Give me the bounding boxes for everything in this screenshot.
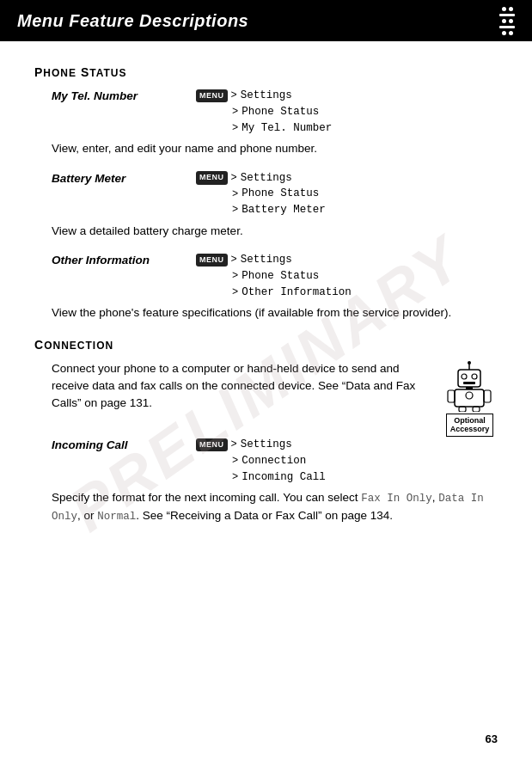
battery-meter-header: Battery Meter MENU > Settings > Phone St… [52,170,498,218]
arrow-5: > [232,187,238,202]
menu-icon [499,7,515,35]
menu-button-4: MENU [196,438,228,452]
battery-meter-path: MENU > Settings > Phone Status > Battery… [196,170,326,218]
incoming-call-label: Incoming Call [52,437,189,451]
svg-rect-9 [448,390,455,402]
connection-body-area: Connect your phone to a computer or hand… [52,360,498,438]
my-tel-number-description: View, enter, and edit your name and phon… [52,140,498,157]
svg-point-4 [472,374,477,379]
path-settings-2: Settings [241,170,292,187]
incoming-call-subsection: Incoming Call MENU > Settings > Connecti… [52,437,498,525]
battery-meter-subsection: Battery Meter MENU > Settings > Phone St… [52,170,498,241]
connection-title: CONNECTION [34,338,498,352]
other-information-path: MENU > Settings > Phone Status > Other I… [196,252,352,300]
connection-body: Connect your phone to a computer or hand… [52,360,498,438]
page-number: 63 [486,732,498,745]
other-information-subsection: Other Information MENU > Settings > Phon… [52,252,498,322]
other-information-label: Other Information [52,252,189,267]
phone-status-section: PHONE STATUS My Tel. Number MENU > Setti… [34,65,498,322]
svg-point-3 [462,374,467,379]
arrow-9: > [232,285,238,300]
arrow-10: > [231,437,237,452]
my-tel-number-path: MENU > Settings > Phone Status > My Tel.… [196,88,332,136]
path-settings-4: Settings [241,437,292,453]
path-phone-status-1: Phone Status [242,104,319,120]
arrow-6: > [232,202,238,218]
incoming-call-description: Specify the format for the next incoming… [52,489,498,525]
svg-point-8 [466,392,473,399]
connection-section: CONNECTION Connect your phone to a compu… [34,338,498,525]
menu-button-3: MENU [196,254,228,267]
content-area: PHONE STATUS My Tel. Number MENU > Setti… [0,41,532,561]
arrow-2: > [232,104,238,119]
accessory-label: Optional Accessory [446,414,494,438]
accessory-label-line2: Accessory [450,425,490,433]
path-incoming-call: Incoming Call [242,469,326,486]
arrow-4: > [231,170,237,186]
battery-meter-description: View a detailed battery charge meter. [52,223,498,240]
path-phone-status-3: Phone Status [242,268,319,285]
page-header: Menu Feature Descriptions [0,0,532,41]
my-tel-number-header: My Tel. Number MENU > Settings > Phone S… [52,88,498,136]
menu-button-2: MENU [196,171,228,185]
optional-accessory-container: Optional Accessory [442,360,498,438]
svg-rect-11 [459,407,466,412]
arrow-11: > [232,453,238,469]
svg-rect-10 [484,390,491,402]
incoming-call-header: Incoming Call MENU > Settings > Connecti… [52,437,498,485]
my-tel-number-label: My Tel. Number [52,88,189,102]
incoming-call-path: MENU > Settings > Connection > Incoming … [196,437,326,485]
accessory-label-line1: Optional [454,416,486,425]
arrow-7: > [231,252,237,267]
menu-button-1: MENU [196,89,228,103]
code-normal: Normal [97,511,136,523]
other-information-header: Other Information MENU > Settings > Phon… [52,252,498,300]
code-fax-in-only: Fax In Only [361,493,432,505]
arrow-12: > [232,469,238,485]
svg-rect-5 [463,382,475,384]
svg-point-1 [468,361,471,365]
other-information-description: View the phone's feature specifications … [52,304,498,322]
arrow-8: > [232,268,238,284]
path-phone-status-2: Phone Status [242,186,319,202]
path-settings-1: Settings [241,88,292,104]
path-battery-meter: Battery Meter [242,202,326,218]
arrow-3: > [232,120,238,136]
path-settings-3: Settings [241,252,292,268]
phone-status-title: PHONE STATUS [34,65,498,79]
arrow-1: > [231,88,237,103]
path-my-tel-number: My Tel. Number [242,120,332,137]
connection-description: Connect your phone to a computer or hand… [52,360,428,413]
path-connection-1: Connection [242,453,306,469]
robot-icon [446,360,493,412]
battery-meter-label: Battery Meter [52,170,189,185]
header-title: Menu Feature Descriptions [17,11,248,31]
my-tel-number-subsection: My Tel. Number MENU > Settings > Phone S… [52,88,498,158]
path-other-information: Other Information [242,285,352,301]
svg-rect-12 [473,407,480,412]
